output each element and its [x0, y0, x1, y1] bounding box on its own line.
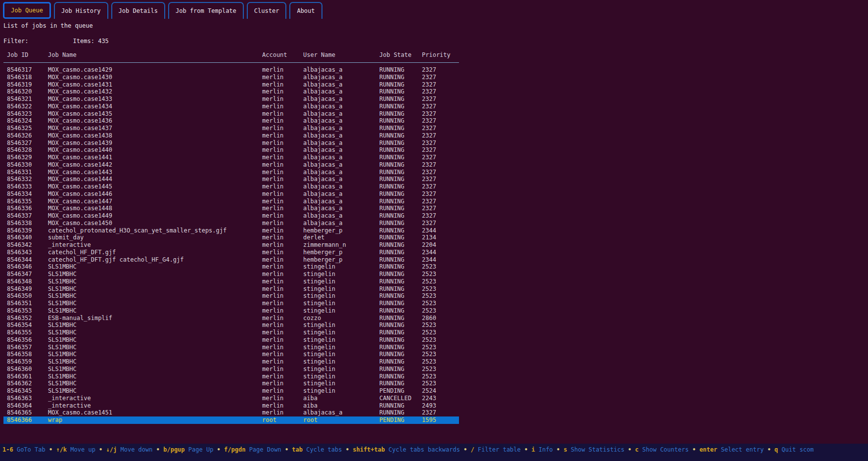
- cell-user-name: stingelin: [303, 307, 379, 315]
- shortcut-separator: •: [95, 446, 106, 453]
- tab-cluster[interactable]: Cluster: [247, 2, 287, 19]
- cell-job-name: _interactive: [48, 402, 262, 410]
- table-row[interactable]: 8546358SLS1MBHCmerlinstingelinRUNNING252…: [3, 351, 459, 358]
- table-row[interactable]: 8546347SLS1MBHCmerlinstingelinRUNNING252…: [3, 271, 459, 278]
- cell-job-name: MOX_casmo.case1435: [48, 110, 262, 118]
- shortcut-separator: •: [764, 446, 775, 453]
- table-row[interactable]: 8546342_interactivemerlinzimmermann_nRUN…: [3, 241, 459, 249]
- cell-job-name: ESB-manual_simplif: [48, 315, 262, 322]
- table-row[interactable]: 8546354SLS1MBHCmerlinstingelinRUNNING252…: [3, 322, 459, 329]
- cell-user-name: albajacas_a: [303, 190, 379, 198]
- cell-account: merlin: [262, 205, 303, 212]
- cell-user-name: albajacas_a: [303, 220, 379, 227]
- cell-user-name: zimmermann_n: [303, 241, 379, 249]
- table-row[interactable]: 8546363_interactivemerlinaibaCANCELLED22…: [3, 395, 459, 402]
- cell-priority: 2327: [422, 146, 459, 154]
- table-row[interactable]: 8546325MOX_casmo.case1437merlinalbajacas…: [3, 125, 459, 132]
- tab-job-from-template[interactable]: Job from Template: [168, 2, 244, 19]
- tab-job-details[interactable]: Job Details: [111, 2, 165, 19]
- cell-job-name: MOX_casmo.case1437: [48, 125, 262, 132]
- table-row[interactable]: 8546359SLS1MBHCmerlinstingelinRUNNING252…: [3, 358, 459, 366]
- cell-job-name: MOX_casmo.case1429: [48, 66, 262, 74]
- table-row[interactable]: 8546352ESB-manual_simplifmerlincozzoRUNN…: [3, 315, 459, 322]
- cell-job-name: MOX_casmo.case1441: [48, 154, 262, 161]
- table-row[interactable]: 8546345SLS1MBHCmerlinstingelinPENDING252…: [3, 387, 459, 395]
- cell-account: merlin: [262, 117, 303, 125]
- table-row[interactable]: 8546344catechol_HF_DFT.gjf catechol_HF_G…: [3, 256, 459, 264]
- table-row[interactable]: 8546321MOX_casmo.case1433merlinalbajacas…: [3, 95, 459, 103]
- table-row[interactable]: 8546326MOX_casmo.case1438merlinalbajacas…: [3, 132, 459, 139]
- table-row[interactable]: 8546346SLS1MBHCmerlinstingelinRUNNING252…: [3, 263, 459, 271]
- table-row[interactable]: 8546339catechol_protonated_H3O_scan_yet_…: [3, 227, 459, 234]
- cell-job-state: RUNNING: [379, 366, 422, 373]
- tab-job-queue[interactable]: Job Queue: [3, 2, 51, 19]
- table-row[interactable]: 8546361SLS1MBHCmerlinstingelinRUNNING252…: [3, 373, 459, 380]
- table-row[interactable]: 8546357SLS1MBHCmerlinstingelinRUNNING252…: [3, 344, 459, 351]
- table-row[interactable]: 8546330MOX_casmo.case1442merlinalbajacas…: [3, 161, 459, 169]
- shortcut-key: ↑/k: [56, 446, 67, 453]
- cell-job-id: 8546351: [3, 300, 48, 307]
- table-row[interactable]: 8546333MOX_casmo.case1445merlinalbajacas…: [3, 183, 459, 190]
- table-row[interactable]: 8546364_interactivemerlinaibaRUNNING2493: [3, 402, 459, 410]
- table-row[interactable]: 8546356SLS1MBHCmerlinstingelinRUNNING252…: [3, 336, 459, 344]
- cell-account: merlin: [262, 95, 303, 103]
- table-row[interactable]: 8546343catechol_HF_DFT.gjfmerlinhemberge…: [3, 249, 459, 256]
- cell-user-name: albajacas_a: [303, 125, 379, 132]
- cell-job-name: catechol_HF_DFT.gjf catechol_HF_G4.gjf: [48, 256, 262, 264]
- table-row[interactable]: 8546335MOX_casmo.case1447merlinalbajacas…: [3, 198, 459, 205]
- table-row[interactable]: 8546318MOX_casmo.case1430merlinalbajacas…: [3, 74, 459, 81]
- table-row[interactable]: 8546366wraprootrootPENDING1595: [3, 416, 459, 424]
- cell-job-id: 8546322: [3, 103, 48, 110]
- table-row[interactable]: 8546323MOX_casmo.case1435merlinalbajacas…: [3, 110, 459, 118]
- table-row[interactable]: 8546360SLS1MBHCmerlinstingelinRUNNING252…: [3, 366, 459, 373]
- table-row[interactable]: 8546365MOX_casmo.case1451merlinalbajacas…: [3, 409, 459, 416]
- filter-row: Filter: Items: 435: [3, 38, 109, 45]
- cell-job-state: RUNNING: [379, 88, 422, 95]
- cell-job-name: submit_day: [48, 234, 262, 241]
- cell-job-id: 8546348: [3, 278, 48, 285]
- tab-job-history[interactable]: Job History: [54, 2, 108, 19]
- cell-user-name: stingelin: [303, 373, 379, 380]
- cell-job-id: 8546339: [3, 227, 48, 234]
- cell-job-id: 8546363: [3, 395, 48, 402]
- table-row[interactable]: 8546328MOX_casmo.case1440merlinalbajacas…: [3, 146, 459, 154]
- table-row[interactable]: 8546320MOX_casmo.case1432merlinalbajacas…: [3, 88, 459, 95]
- cell-job-state: RUNNING: [379, 351, 422, 358]
- table-row[interactable]: 8546322MOX_casmo.case1434merlinalbajacas…: [3, 103, 459, 110]
- table-row[interactable]: 8546319MOX_casmo.case1431merlinalbajacas…: [3, 81, 459, 89]
- table-row[interactable]: 8546336MOX_casmo.case1448merlinalbajacas…: [3, 205, 459, 212]
- cell-account: merlin: [262, 409, 303, 416]
- cell-job-id: 8546326: [3, 132, 48, 139]
- table-row[interactable]: 8546338MOX_casmo.case1450merlinalbajacas…: [3, 220, 459, 227]
- tab-about[interactable]: About: [289, 2, 322, 19]
- table-row[interactable]: 8546362SLS1MBHCmerlinstingelinRUNNING252…: [3, 380, 459, 387]
- table-row[interactable]: 8546348SLS1MBHCmerlinstingelinRUNNING252…: [3, 278, 459, 285]
- cell-job-state: RUNNING: [379, 161, 422, 169]
- cell-priority: 2327: [422, 198, 459, 205]
- table-row[interactable]: 8546334MOX_casmo.case1446merlinalbajacas…: [3, 190, 459, 198]
- cell-job-id: 8546319: [3, 81, 48, 89]
- cell-job-id: 8546344: [3, 256, 48, 264]
- table-row[interactable]: 8546353SLS1MBHCmerlinstingelinRUNNING252…: [3, 307, 459, 315]
- cell-job-name: MOX_casmo.case1430: [48, 74, 262, 81]
- table-row[interactable]: 8546324MOX_casmo.case1436merlinalbajacas…: [3, 117, 459, 125]
- cell-user-name: albajacas_a: [303, 132, 379, 139]
- table-row[interactable]: 8546337MOX_casmo.case1449merlinalbajacas…: [3, 212, 459, 220]
- table-row[interactable]: 8546340submit_daymerlinderletRUNNING2134: [3, 234, 459, 241]
- filter-label[interactable]: Filter:: [3, 38, 29, 45]
- cell-job-name: MOX_casmo.case1439: [48, 139, 262, 147]
- cell-account: merlin: [262, 88, 303, 95]
- table-row[interactable]: 8546349SLS1MBHCmerlinstingelinRUNNING252…: [3, 285, 459, 293]
- table-row[interactable]: 8546332MOX_casmo.case1444merlinalbajacas…: [3, 176, 459, 183]
- table-row[interactable]: 8546355SLS1MBHCmerlinstingelinRUNNING252…: [3, 329, 459, 336]
- table-row[interactable]: 8546350SLS1MBHCmerlinstingelinRUNNING252…: [3, 292, 459, 300]
- table-row[interactable]: 8546329MOX_casmo.case1441merlinalbajacas…: [3, 154, 459, 161]
- shortcut-key: tab: [292, 446, 303, 453]
- cell-job-name: SLS1MBHC: [48, 300, 262, 307]
- table-row[interactable]: 8546351SLS1MBHCmerlinstingelinRUNNING252…: [3, 300, 459, 307]
- cell-job-state: RUNNING: [379, 234, 422, 241]
- table-row[interactable]: 8546317MOX_casmo.case1429merlinalbajacas…: [3, 66, 459, 74]
- table-row[interactable]: 8546327MOX_casmo.case1439merlinalbajacas…: [3, 139, 459, 147]
- table-row[interactable]: 8546331MOX_casmo.case1443merlinalbajacas…: [3, 169, 459, 176]
- cell-job-name: MOX_casmo.case1431: [48, 81, 262, 89]
